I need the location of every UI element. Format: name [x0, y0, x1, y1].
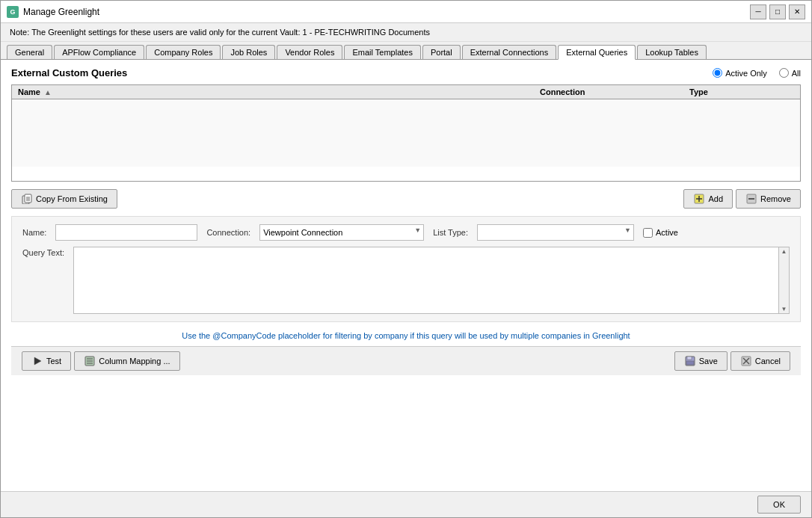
active-label: Active [656, 228, 678, 237]
copy-icon [21, 193, 33, 205]
connection-select-wrapper: Viewpoint Connection [259, 224, 424, 241]
column-mapping-label: Column Mapping ... [99, 357, 170, 366]
tabs-bar: General APFlow Compliance Company Roles … [1, 42, 811, 60]
tab-external-connections[interactable]: External Connections [462, 45, 557, 59]
tab-job-roles[interactable]: Job Roles [222, 45, 275, 59]
add-icon [693, 193, 705, 205]
hint-text: Use the @CompanyCode placeholder for fil… [11, 328, 801, 346]
form-row-query: Query Text: ▲ ▼ [22, 247, 790, 314]
cancel-label: Cancel [755, 357, 781, 366]
svg-rect-16 [687, 357, 692, 360]
remove-icon [745, 193, 757, 205]
connection-select[interactable]: Viewpoint Connection [259, 224, 424, 241]
active-checkbox-label[interactable]: Active [643, 228, 678, 238]
active-only-radio-label[interactable]: Active Only [713, 68, 767, 78]
col-type: Type [689, 87, 794, 96]
cancel-button[interactable]: Cancel [731, 351, 790, 371]
test-colmap-actions: Test Column Mapping ... [22, 351, 180, 371]
tab-email-templates[interactable]: Email Templates [344, 45, 421, 59]
table-body[interactable] [12, 99, 800, 167]
col-name: Name ▲ [18, 87, 540, 96]
window-title: Manage Greenlight [23, 7, 99, 17]
tab-apflow[interactable]: APFlow Compliance [54, 45, 144, 59]
remove-label: Remove [760, 194, 791, 203]
query-textarea-wrapper: ▲ ▼ [73, 247, 790, 314]
section-title: External Custom Queries [11, 67, 127, 78]
active-only-label: Active Only [725, 69, 767, 78]
main-window: G Manage Greenlight ─ □ ✕ Note: The Gree… [0, 0, 812, 518]
titlebar-left: G Manage Greenlight [7, 6, 99, 18]
save-cancel-actions: Save Cancel [674, 351, 790, 371]
name-label: Name: [22, 228, 46, 237]
edit-form: Name: Connection: Viewpoint Connection L… [11, 216, 801, 322]
tab-external-queries[interactable]: External Queries [558, 45, 636, 60]
all-radio-label[interactable]: All [779, 68, 801, 78]
test-icon [31, 355, 43, 367]
col-connection: Connection [540, 87, 689, 96]
tab-lookup-tables[interactable]: Lookup Tables [637, 45, 707, 59]
list-type-select[interactable] [477, 224, 634, 241]
scroll-up-arrow[interactable]: ▲ [781, 248, 787, 255]
copy-from-existing-label: Copy From Existing [36, 194, 108, 203]
ok-button[interactable]: OK [757, 496, 801, 514]
add-label: Add [708, 194, 723, 203]
close-button[interactable]: ✕ [789, 4, 805, 19]
query-scrollbar[interactable]: ▲ ▼ [778, 247, 789, 313]
svg-marker-10 [34, 357, 41, 365]
list-type-select-wrapper [477, 224, 634, 241]
titlebar-controls: ─ □ ✕ [750, 4, 805, 19]
column-mapping-button[interactable]: Column Mapping ... [74, 351, 179, 371]
queries-table: Name ▲ Connection Type [11, 84, 801, 182]
titlebar: G Manage Greenlight ─ □ ✕ [1, 1, 811, 23]
save-label: Save [699, 357, 718, 366]
tab-vendor-roles[interactable]: Vendor Roles [277, 45, 342, 59]
sort-icon[interactable]: ▲ [44, 88, 52, 96]
tab-company-roles[interactable]: Company Roles [146, 45, 221, 59]
all-label: All [792, 69, 801, 78]
filter-radio-group: Active Only All [713, 68, 801, 78]
table-header: Name ▲ Connection Type [12, 85, 800, 99]
save-icon [684, 355, 696, 367]
all-radio[interactable] [779, 68, 789, 78]
maximize-button[interactable]: □ [769, 4, 786, 19]
right-actions: Add Remove [683, 189, 801, 209]
left-actions: Copy From Existing [11, 189, 117, 209]
test-button[interactable]: Test [22, 351, 71, 371]
tab-general[interactable]: General [7, 45, 52, 59]
copy-from-existing-button[interactable]: Copy From Existing [11, 189, 117, 209]
content-area: External Custom Queries Active Only All … [1, 60, 811, 491]
active-only-radio[interactable] [713, 68, 722, 78]
note-bar: Note: The Greenlight settings for these … [1, 23, 811, 42]
form-row-name-connection: Name: Connection: Viewpoint Connection L… [22, 224, 790, 241]
tab-portal[interactable]: Portal [422, 45, 461, 59]
query-text-label: Query Text: [22, 247, 64, 257]
bottom-action-bar: Test Column Mapping ... [11, 346, 801, 375]
footer-bar: OK [1, 491, 811, 517]
minimize-button[interactable]: ─ [750, 4, 766, 19]
app-icon: G [7, 6, 19, 18]
query-textarea[interactable] [74, 247, 778, 313]
column-mapping-icon [84, 355, 96, 367]
active-checkbox[interactable] [643, 228, 653, 238]
section-header: External Custom Queries Active Only All [11, 67, 801, 78]
list-type-label: List Type: [433, 228, 468, 237]
scroll-down-arrow[interactable]: ▼ [781, 306, 787, 312]
svg-rect-17 [686, 361, 694, 365]
test-label: Test [46, 357, 61, 366]
name-input[interactable] [55, 224, 197, 241]
add-button[interactable]: Add [683, 189, 733, 209]
note-text: Note: The Greenlight settings for these … [10, 28, 430, 37]
save-button[interactable]: Save [674, 351, 728, 371]
remove-button[interactable]: Remove [736, 189, 801, 209]
cancel-icon [740, 355, 752, 367]
connection-label: Connection: [206, 228, 250, 237]
ok-label: OK [773, 500, 785, 509]
action-row: Copy From Existing Add [11, 189, 801, 209]
